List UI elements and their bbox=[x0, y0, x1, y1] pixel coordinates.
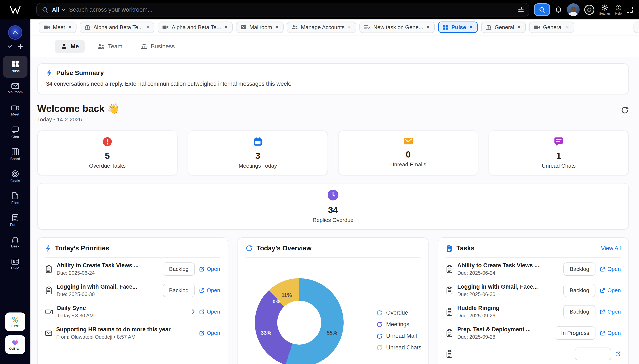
replies-overdue-card[interactable]: 34 Replies Overdue bbox=[37, 183, 629, 230]
alert-icon bbox=[103, 137, 112, 146]
search-scope-dropdown[interactable]: All bbox=[52, 6, 65, 13]
tab-close-icon[interactable]: ✕ bbox=[565, 25, 569, 30]
tab-close-icon[interactable]: ✕ bbox=[517, 25, 521, 30]
sidebar-item-pulse[interactable]: Pulse bbox=[3, 56, 28, 78]
open-link[interactable]: Open bbox=[199, 287, 220, 294]
open-link[interactable]: Open bbox=[600, 266, 621, 272]
app-logo[interactable] bbox=[0, 0, 31, 20]
tab-close-icon[interactable]: ✕ bbox=[426, 25, 430, 30]
tab-close-icon[interactable]: ✕ bbox=[469, 25, 473, 30]
status-button[interactable]: Backlog bbox=[163, 262, 195, 276]
workspace-chevron-down-icon[interactable] bbox=[8, 45, 12, 48]
legend-item-overdue: Overdue bbox=[376, 310, 421, 316]
open-link[interactable]: Open bbox=[600, 308, 621, 315]
sidebar-item-desk[interactable]: Desk bbox=[3, 232, 28, 253]
open-link[interactable]: Open bbox=[199, 266, 220, 272]
video-icon bbox=[44, 25, 50, 30]
user-avatar[interactable] bbox=[567, 4, 580, 16]
tab-meet[interactable]: Meet ✕ bbox=[39, 22, 77, 33]
settings-button[interactable]: Settings bbox=[599, 4, 610, 15]
status-button[interactable] bbox=[575, 348, 611, 360]
id-card-icon bbox=[12, 258, 19, 265]
open-link[interactable]: Open bbox=[199, 330, 220, 336]
status-button[interactable]: Backlog bbox=[563, 305, 596, 318]
slice-label: 33% bbox=[261, 330, 271, 336]
tab-general-2[interactable]: General ✕ bbox=[529, 22, 574, 33]
tab-me[interactable]: Me bbox=[55, 40, 85, 53]
tab-close-icon[interactable]: ✕ bbox=[224, 25, 228, 30]
tab-team[interactable]: Team bbox=[92, 40, 128, 53]
flow-plus-button[interactable]: Flow+ bbox=[5, 312, 25, 331]
sidebar-item-mailroom[interactable]: Mailroom bbox=[3, 78, 28, 100]
tab-business[interactable]: Business bbox=[135, 40, 181, 53]
sidebar-item-forms[interactable]: Forms bbox=[3, 210, 28, 232]
task-item[interactable]: Logging in with Gmail, Face... Due: 2025… bbox=[446, 280, 621, 301]
fullscreen-icon[interactable] bbox=[626, 6, 633, 13]
stat-card-unread-emails[interactable]: 0 Unread Emails bbox=[338, 130, 478, 176]
tab-mailroom[interactable]: Mailroom ✕ bbox=[236, 22, 283, 33]
help-button[interactable]: Help bbox=[615, 4, 622, 15]
search-input[interactable] bbox=[69, 6, 514, 13]
task-item[interactable]: Huddle Ringing Due: 2025-09-26 Backlog O… bbox=[446, 301, 621, 322]
sidebar-item-goals[interactable]: Goals bbox=[3, 166, 28, 188]
chevron-right-icon[interactable] bbox=[192, 309, 195, 314]
stat-card-meetings-today[interactable]: 3 Meetings Today bbox=[188, 130, 328, 176]
external-link-icon bbox=[199, 330, 205, 336]
sidebar-item-crm[interactable]: CRM bbox=[3, 253, 28, 275]
tab-pulse[interactable]: Pulse ✕ bbox=[438, 22, 478, 33]
tab-general-1[interactable]: General ✕ bbox=[481, 22, 526, 33]
priority-item[interactable]: Supporting HR teams to do more this year… bbox=[45, 322, 220, 344]
overview-donut[interactable] bbox=[255, 278, 344, 364]
sidebar-item-chat[interactable]: Chat bbox=[3, 122, 28, 144]
priority-item[interactable]: Daily Sync Today • 8:30 AM Open bbox=[45, 301, 220, 322]
task-clipboard-icon bbox=[446, 286, 453, 294]
workspace-mark-icon bbox=[12, 30, 18, 35]
task-item[interactable]: Ability to Create Task Views ... Due: 20… bbox=[446, 258, 621, 280]
tab-alpha-and-beta-2[interactable]: Alpha and Beta Te... ✕ bbox=[158, 22, 232, 33]
open-link[interactable]: Open bbox=[199, 308, 220, 315]
refresh-button[interactable] bbox=[621, 106, 629, 114]
sidebar-item-meet[interactable]: Meet bbox=[3, 100, 28, 122]
notifications-bell-icon[interactable] bbox=[555, 6, 562, 14]
meetings-legend-icon bbox=[376, 321, 383, 328]
tab-close-icon[interactable]: ✕ bbox=[348, 25, 352, 30]
stat-card-overdue-tasks[interactable]: 5 Overdue Tasks bbox=[37, 130, 177, 176]
add-workspace-icon[interactable] bbox=[18, 44, 23, 49]
open-link[interactable]: Open bbox=[600, 330, 621, 336]
view-all-link[interactable]: View All bbox=[601, 245, 621, 252]
tab-alpha-and-beta-1[interactable]: Alpha and Beta Te... ✕ bbox=[80, 22, 154, 33]
tab-partial[interactable]: ✕ bbox=[633, 22, 639, 33]
tab-manage-accounts[interactable]: Manage Accounts ✕ bbox=[287, 22, 356, 33]
status-button[interactable]: Backlog bbox=[563, 284, 596, 297]
priority-item[interactable]: Logging in with Gmail, Face... Due: 2025… bbox=[45, 280, 220, 301]
external-link-icon bbox=[199, 288, 205, 293]
global-search-field[interactable]: All bbox=[36, 3, 529, 16]
assistant-orb-icon[interactable] bbox=[584, 5, 594, 15]
status-button[interactable]: Backlog bbox=[163, 284, 195, 297]
overview-panel: Today’s Overview 55% 33% 0% 11% Overdue bbox=[237, 237, 429, 364]
sidebar-item-files[interactable]: Files bbox=[3, 188, 28, 210]
task-item[interactable]: Prep, Test & Deployment ... Due: 2025-09… bbox=[446, 322, 621, 344]
tab-new-task[interactable]: New task on Gene... ✕ bbox=[360, 22, 435, 33]
external-link-icon bbox=[199, 266, 205, 272]
tab-close-icon[interactable]: ✕ bbox=[68, 25, 72, 30]
tab-close-icon[interactable]: ✕ bbox=[275, 25, 279, 30]
search-button[interactable] bbox=[534, 4, 550, 16]
task-item-partial[interactable] bbox=[446, 344, 621, 364]
pulse-summary-text: 34 conversations need a reply. External … bbox=[46, 81, 620, 87]
divider bbox=[45, 257, 220, 258]
open-link[interactable]: Open bbox=[600, 287, 621, 294]
open-link[interactable] bbox=[615, 351, 621, 356]
stat-card-unread-chats[interactable]: 1 Unread Chats bbox=[489, 130, 629, 176]
workspace-avatar[interactable] bbox=[8, 25, 23, 40]
welcome-header: Welcome back 👋 Today • 14-2-2026 bbox=[37, 103, 629, 123]
priority-item[interactable]: Ability to Create Task Views ... Due: 20… bbox=[45, 258, 220, 280]
sidebar-item-board[interactable]: Board bbox=[3, 144, 28, 166]
status-button[interactable]: Backlog bbox=[563, 262, 596, 276]
search-filter-icon[interactable] bbox=[517, 6, 524, 13]
status-button[interactable]: In Progress bbox=[555, 326, 595, 340]
panel-title: Today’s Priorities bbox=[55, 244, 109, 252]
tab-close-icon[interactable]: ✕ bbox=[146, 25, 150, 30]
cobrain-button[interactable]: CoBrain bbox=[5, 335, 25, 354]
stat-value: 1 bbox=[493, 151, 624, 161]
